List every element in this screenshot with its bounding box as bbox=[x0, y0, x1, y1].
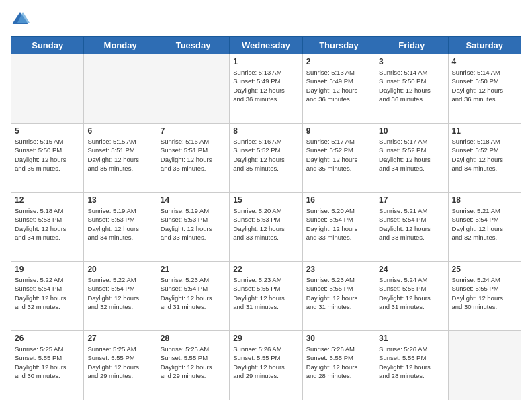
day-info: Sunrise: 5:13 AM Sunset: 5:49 PM Dayligh… bbox=[306, 68, 371, 103]
day-number: 13 bbox=[87, 195, 152, 205]
day-number: 6 bbox=[87, 126, 152, 136]
day-info: Sunrise: 5:25 AM Sunset: 5:55 PM Dayligh… bbox=[15, 345, 80, 380]
day-info: Sunrise: 5:20 AM Sunset: 5:54 PM Dayligh… bbox=[306, 206, 371, 242]
day-info: Sunrise: 5:23 AM Sunset: 5:55 PM Dayligh… bbox=[233, 275, 298, 311]
calendar-cell: 13Sunrise: 5:19 AM Sunset: 5:53 PM Dayli… bbox=[84, 193, 157, 262]
calendar-cell: 27Sunrise: 5:25 AM Sunset: 5:55 PM Dayli… bbox=[84, 331, 157, 400]
day-info: Sunrise: 5:25 AM Sunset: 5:55 PM Dayligh… bbox=[87, 345, 152, 380]
day-number: 20 bbox=[87, 265, 152, 274]
day-number: 5 bbox=[15, 126, 80, 136]
calendar-cell: 10Sunrise: 5:17 AM Sunset: 5:52 PM Dayli… bbox=[375, 124, 448, 193]
day-number: 10 bbox=[379, 126, 444, 136]
day-number: 1 bbox=[233, 57, 298, 66]
logo-icon bbox=[11, 11, 30, 30]
day-info: Sunrise: 5:19 AM Sunset: 5:53 PM Dayligh… bbox=[161, 206, 226, 242]
day-info: Sunrise: 5:17 AM Sunset: 5:52 PM Dayligh… bbox=[306, 137, 371, 173]
day-info: Sunrise: 5:24 AM Sunset: 5:55 PM Dayligh… bbox=[379, 275, 444, 311]
day-info: Sunrise: 5:13 AM Sunset: 5:49 PM Dayligh… bbox=[233, 68, 298, 103]
day-info: Sunrise: 5:25 AM Sunset: 5:55 PM Dayligh… bbox=[161, 345, 226, 380]
day-info: Sunrise: 5:23 AM Sunset: 5:55 PM Dayligh… bbox=[306, 275, 371, 311]
calendar-day-header: Wednesday bbox=[230, 37, 302, 54]
day-info: Sunrise: 5:17 AM Sunset: 5:52 PM Dayligh… bbox=[379, 137, 444, 173]
calendar-cell: 12Sunrise: 5:18 AM Sunset: 5:53 PM Dayli… bbox=[11, 193, 84, 262]
day-number: 27 bbox=[87, 334, 152, 343]
day-info: Sunrise: 5:15 AM Sunset: 5:50 PM Dayligh… bbox=[15, 137, 80, 173]
day-number: 26 bbox=[15, 334, 80, 343]
calendar-cell: 14Sunrise: 5:19 AM Sunset: 5:53 PM Dayli… bbox=[157, 193, 229, 262]
calendar-cell bbox=[84, 54, 157, 124]
day-number: 24 bbox=[379, 265, 444, 274]
calendar-cell: 5Sunrise: 5:15 AM Sunset: 5:50 PM Daylig… bbox=[11, 124, 84, 193]
calendar-cell: 2Sunrise: 5:13 AM Sunset: 5:49 PM Daylig… bbox=[302, 54, 375, 124]
calendar-day-header: Saturday bbox=[448, 37, 521, 54]
calendar-cell: 20Sunrise: 5:22 AM Sunset: 5:54 PM Dayli… bbox=[84, 262, 157, 331]
calendar-cell: 26Sunrise: 5:25 AM Sunset: 5:55 PM Dayli… bbox=[11, 331, 84, 400]
calendar-cell: 30Sunrise: 5:26 AM Sunset: 5:55 PM Dayli… bbox=[302, 331, 375, 400]
day-info: Sunrise: 5:23 AM Sunset: 5:54 PM Dayligh… bbox=[161, 275, 226, 311]
day-info: Sunrise: 5:21 AM Sunset: 5:54 PM Dayligh… bbox=[379, 206, 444, 242]
day-number: 25 bbox=[452, 265, 517, 274]
calendar-cell: 6Sunrise: 5:15 AM Sunset: 5:51 PM Daylig… bbox=[84, 124, 157, 193]
calendar-day-header: Tuesday bbox=[157, 37, 229, 54]
calendar-cell: 31Sunrise: 5:26 AM Sunset: 5:55 PM Dayli… bbox=[375, 331, 448, 400]
day-number: 12 bbox=[15, 195, 80, 205]
day-number: 21 bbox=[161, 265, 226, 274]
calendar-cell: 1Sunrise: 5:13 AM Sunset: 5:49 PM Daylig… bbox=[230, 54, 302, 124]
day-info: Sunrise: 5:15 AM Sunset: 5:51 PM Dayligh… bbox=[87, 137, 152, 173]
day-info: Sunrise: 5:22 AM Sunset: 5:54 PM Dayligh… bbox=[87, 275, 152, 311]
day-info: Sunrise: 5:20 AM Sunset: 5:53 PM Dayligh… bbox=[233, 206, 298, 242]
calendar-cell: 23Sunrise: 5:23 AM Sunset: 5:55 PM Dayli… bbox=[302, 262, 375, 331]
day-number: 22 bbox=[233, 265, 298, 274]
calendar-cell: 22Sunrise: 5:23 AM Sunset: 5:55 PM Dayli… bbox=[230, 262, 302, 331]
day-number: 19 bbox=[15, 265, 80, 274]
calendar-cell: 28Sunrise: 5:25 AM Sunset: 5:55 PM Dayli… bbox=[157, 331, 229, 400]
day-info: Sunrise: 5:26 AM Sunset: 5:55 PM Dayligh… bbox=[233, 345, 298, 380]
day-number: 7 bbox=[161, 126, 226, 136]
day-info: Sunrise: 5:26 AM Sunset: 5:55 PM Dayligh… bbox=[306, 345, 371, 380]
day-info: Sunrise: 5:19 AM Sunset: 5:53 PM Dayligh… bbox=[87, 206, 152, 242]
calendar-week-row: 26Sunrise: 5:25 AM Sunset: 5:55 PM Dayli… bbox=[11, 331, 521, 400]
day-number: 30 bbox=[306, 334, 371, 343]
logo bbox=[11, 11, 32, 30]
calendar-cell: 15Sunrise: 5:20 AM Sunset: 5:53 PM Dayli… bbox=[230, 193, 302, 262]
calendar-cell: 21Sunrise: 5:23 AM Sunset: 5:54 PM Dayli… bbox=[157, 262, 229, 331]
day-info: Sunrise: 5:22 AM Sunset: 5:54 PM Dayligh… bbox=[15, 275, 80, 311]
calendar-cell: 16Sunrise: 5:20 AM Sunset: 5:54 PM Dayli… bbox=[302, 193, 375, 262]
day-info: Sunrise: 5:14 AM Sunset: 5:50 PM Dayligh… bbox=[452, 68, 517, 103]
calendar-cell: 7Sunrise: 5:16 AM Sunset: 5:51 PM Daylig… bbox=[157, 124, 229, 193]
day-number: 16 bbox=[306, 195, 371, 205]
calendar-week-row: 12Sunrise: 5:18 AM Sunset: 5:53 PM Dayli… bbox=[11, 193, 521, 262]
calendar-cell: 24Sunrise: 5:24 AM Sunset: 5:55 PM Dayli… bbox=[375, 262, 448, 331]
calendar-cell: 11Sunrise: 5:18 AM Sunset: 5:52 PM Dayli… bbox=[448, 124, 521, 193]
day-info: Sunrise: 5:24 AM Sunset: 5:55 PM Dayligh… bbox=[452, 275, 517, 311]
calendar-week-row: 19Sunrise: 5:22 AM Sunset: 5:54 PM Dayli… bbox=[11, 262, 521, 331]
calendar-cell: 19Sunrise: 5:22 AM Sunset: 5:54 PM Dayli… bbox=[11, 262, 84, 331]
calendar-cell: 29Sunrise: 5:26 AM Sunset: 5:55 PM Dayli… bbox=[230, 331, 302, 400]
day-number: 11 bbox=[452, 126, 517, 136]
day-info: Sunrise: 5:26 AM Sunset: 5:55 PM Dayligh… bbox=[379, 345, 444, 380]
header bbox=[11, 11, 521, 30]
day-number: 4 bbox=[452, 57, 517, 66]
day-info: Sunrise: 5:18 AM Sunset: 5:52 PM Dayligh… bbox=[452, 137, 517, 173]
calendar-day-header: Monday bbox=[84, 37, 157, 54]
calendar-day-header: Sunday bbox=[11, 37, 84, 54]
day-info: Sunrise: 5:16 AM Sunset: 5:51 PM Dayligh… bbox=[161, 137, 226, 173]
calendar-header-row: SundayMondayTuesdayWednesdayThursdayFrid… bbox=[11, 37, 521, 54]
calendar-cell: 25Sunrise: 5:24 AM Sunset: 5:55 PM Dayli… bbox=[448, 262, 521, 331]
day-number: 3 bbox=[379, 57, 444, 66]
day-info: Sunrise: 5:14 AM Sunset: 5:50 PM Dayligh… bbox=[379, 68, 444, 103]
calendar-week-row: 5Sunrise: 5:15 AM Sunset: 5:50 PM Daylig… bbox=[11, 124, 521, 193]
calendar-week-row: 1Sunrise: 5:13 AM Sunset: 5:49 PM Daylig… bbox=[11, 54, 521, 124]
day-number: 15 bbox=[233, 195, 298, 205]
day-number: 29 bbox=[233, 334, 298, 343]
calendar-table: SundayMondayTuesdayWednesdayThursdayFrid… bbox=[11, 36, 521, 400]
calendar-cell: 8Sunrise: 5:16 AM Sunset: 5:52 PM Daylig… bbox=[230, 124, 302, 193]
calendar-cell: 18Sunrise: 5:21 AM Sunset: 5:54 PM Dayli… bbox=[448, 193, 521, 262]
calendar-cell: 17Sunrise: 5:21 AM Sunset: 5:54 PM Dayli… bbox=[375, 193, 448, 262]
day-number: 28 bbox=[161, 334, 226, 343]
page: SundayMondayTuesdayWednesdayThursdayFrid… bbox=[0, 0, 532, 411]
calendar-cell: 9Sunrise: 5:17 AM Sunset: 5:52 PM Daylig… bbox=[302, 124, 375, 193]
calendar-cell bbox=[448, 331, 521, 400]
day-info: Sunrise: 5:16 AM Sunset: 5:52 PM Dayligh… bbox=[233, 137, 298, 173]
day-number: 9 bbox=[306, 126, 371, 136]
